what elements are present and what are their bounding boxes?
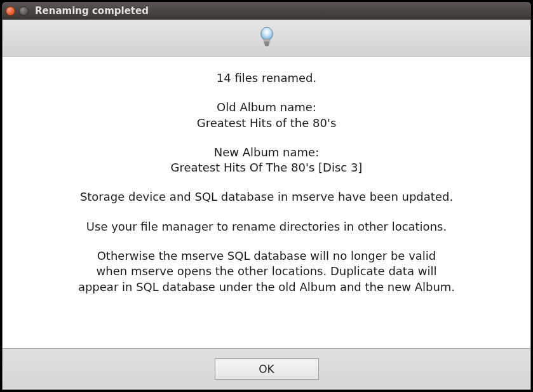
svg-rect-4 xyxy=(265,44,269,46)
message-text: 14 files renamed. Old Album name: Greate… xyxy=(78,71,455,295)
old-album-label: Old Album name: xyxy=(78,100,455,115)
message-content: 14 files renamed. Old Album name: Greate… xyxy=(3,57,530,349)
window-title: Renaming completed xyxy=(35,5,149,17)
ok-button[interactable]: OK xyxy=(215,358,319,380)
info-line-1: Storage device and SQL database in mserv… xyxy=(78,189,455,205)
info-line-2: Use your file manager to rename director… xyxy=(78,219,455,234)
new-album-value: Greatest Hits Of The 80's [Disc 3] xyxy=(78,160,455,175)
warning-line-1: Otherwise the mserve SQL database will n… xyxy=(78,248,455,264)
close-icon[interactable] xyxy=(6,6,15,16)
minimize-icon[interactable] xyxy=(19,6,29,16)
window-body: 14 files renamed. Old Album name: Greate… xyxy=(2,20,531,390)
svg-rect-3 xyxy=(264,42,269,43)
titlebar[interactable]: Renaming completed xyxy=(2,2,531,20)
old-album-value: Greatest Hits of the 80's xyxy=(78,116,455,131)
svg-rect-1 xyxy=(264,39,269,41)
button-bar: OK xyxy=(3,349,530,389)
svg-rect-2 xyxy=(264,41,269,42)
new-album-label: New Album name: xyxy=(78,145,455,160)
svg-point-0 xyxy=(260,27,273,41)
warning-line-3: appear in SQL database under the old Alb… xyxy=(78,280,455,295)
warning-line-2: when mserve opens the other locations. D… xyxy=(78,264,455,279)
files-renamed-line: 14 files renamed. xyxy=(78,71,455,86)
window-frame: Renaming completed xyxy=(0,0,533,392)
dialog-icon-area xyxy=(3,20,530,57)
lightbulb-icon xyxy=(257,26,276,50)
window-controls xyxy=(6,6,29,16)
